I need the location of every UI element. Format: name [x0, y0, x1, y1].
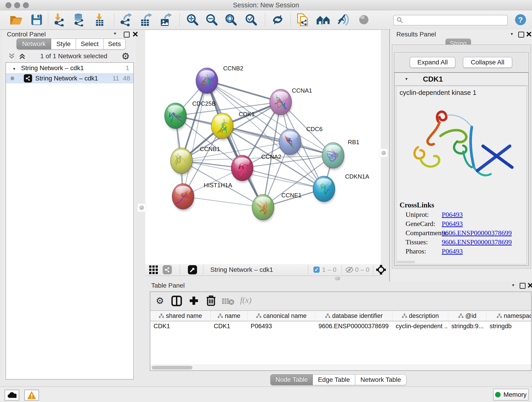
zoom-in-icon[interactable] [185, 13, 200, 27]
gene-description: cyclin-dependent kinase 1 [399, 89, 526, 96]
delete-column-icon[interactable] [206, 295, 216, 306]
network-node-cdc6[interactable] [279, 129, 302, 157]
warning-status-button[interactable] [24, 390, 39, 401]
crosslink-link[interactable]: P06493 [442, 211, 463, 218]
table-panel-menu-icon[interactable] [511, 283, 515, 287]
table-cell: stringdb:9... [448, 321, 486, 331]
tab-edge-table[interactable]: Edge Table [313, 374, 355, 385]
help-icon[interactable]: ? [513, 13, 528, 27]
column-header-canonical-name[interactable]: canonical name [247, 311, 315, 321]
open-session-icon[interactable] [9, 13, 23, 27]
import-network-from-database-icon[interactable] [71, 13, 86, 27]
save-session-icon[interactable] [29, 13, 44, 27]
crosslink-link[interactable]: 9606.ENSP00000378699 [442, 238, 512, 246]
column-header--id[interactable]: @id [448, 311, 486, 321]
network-node-ccnb1[interactable] [171, 148, 193, 175]
network-node-ccnb2[interactable] [196, 68, 218, 95]
node-position-crosshair-icon[interactable] [376, 265, 386, 275]
column-header-namespace[interactable]: namespace [486, 311, 532, 321]
collapse-all-icon[interactable] [8, 52, 16, 60]
left-splitter-handle[interactable] [137, 203, 146, 212]
expand-all-icon[interactable] [18, 52, 26, 60]
column-header-description[interactable]: description [393, 311, 448, 321]
copy-layout-icon[interactable] [295, 13, 310, 27]
search-input[interactable] [393, 15, 508, 26]
tab-sets[interactable]: Sets [104, 38, 126, 50]
tab-network-table[interactable]: Network Table [355, 374, 406, 385]
export-image-icon[interactable] [158, 13, 173, 27]
control-panel-float-icon[interactable] [124, 32, 130, 38]
tab-select[interactable]: Select [76, 38, 104, 50]
network-node-cdc25b[interactable] [165, 103, 187, 130]
results-hscroll-thumb[interactable] [397, 261, 415, 263]
birdseye-view-icon[interactable] [149, 265, 158, 274]
network-node-ccne1[interactable] [252, 194, 274, 222]
show-columns-icon[interactable] [171, 296, 182, 306]
network-canvas[interactable]: CCNB2CCNA1CDC25BCDK1CDC6RB1CCNB1CCNA2CDK… [145, 30, 381, 264]
import-network-icon[interactable] [52, 13, 67, 27]
results-panel-menu-icon[interactable] [510, 32, 514, 36]
network-node-ccna1[interactable] [270, 89, 292, 117]
table-row[interactable]: CDK1CDK1P064939606.ENSP00000378699cyclin… [150, 321, 532, 331]
memory-button[interactable]: Memory [493, 389, 529, 401]
toolbar-separator [179, 13, 180, 26]
network-node-rb1[interactable] [322, 143, 345, 170]
refresh-icon[interactable] [270, 13, 285, 27]
network-node-cdkn1a[interactable] [313, 176, 336, 204]
results-panel-float-icon[interactable] [518, 32, 524, 38]
show-graphics-details-icon[interactable] [356, 13, 371, 27]
toolbar-separator [290, 13, 291, 26]
expand-all-button[interactable]: Expand All [410, 57, 456, 68]
open-in-browser-icon[interactable] [188, 265, 197, 274]
crosslink-link[interactable]: 9606.ENSP00000378699 [442, 229, 512, 237]
network-collection-row[interactable]: String Network – cdk1 1 [6, 63, 133, 73]
tab-network[interactable]: Network [17, 38, 51, 50]
network-row-selected[interactable]: String Network – cdk1 11 48 [6, 73, 133, 83]
table-hscroll-thumb[interactable] [152, 366, 192, 370]
string-badge-icon[interactable] [163, 265, 172, 274]
crosslink-link[interactable]: P06493 [442, 220, 463, 228]
table-cell: P06493 [247, 321, 315, 331]
table-panel-title: Table Panel [151, 282, 185, 289]
window-title: Session: New Session [0, 1, 532, 9]
export-network-icon[interactable] [119, 13, 133, 27]
import-table-icon[interactable] [92, 13, 107, 27]
zoom-fit-icon[interactable] [224, 13, 238, 27]
export-table-icon[interactable] [139, 13, 153, 27]
gene-section: CDK1 cyclin-dependent kinase 1 [394, 72, 529, 266]
crosslink-link[interactable]: P06493 [442, 247, 463, 255]
control-panel-menu-icon[interactable] [113, 32, 117, 36]
network-edge[interactable] [183, 81, 207, 196]
add-column-icon[interactable] [189, 296, 199, 306]
table-panel: Table Panel f(x) shared namenamecanonica… [148, 281, 532, 386]
table-options-gear-icon[interactable] [156, 296, 164, 305]
right-splitter-handle[interactable] [379, 148, 388, 157]
tab-style[interactable]: Style [51, 38, 76, 50]
horizontal-splitter-handle[interactable] [335, 277, 340, 280]
collapse-all-button[interactable]: Collapse All [463, 57, 512, 68]
node-label: CCNB1 [200, 146, 220, 153]
toolbar-separator [308, 265, 308, 274]
tab-node-table[interactable]: Node Table [270, 374, 313, 385]
network-edge[interactable] [183, 196, 263, 207]
gene-section-header[interactable]: CDK1 [394, 73, 528, 86]
network-node-cdk1[interactable] [211, 113, 234, 140]
string-network-icon [24, 74, 32, 83]
selected-checkbox-icon[interactable] [313, 267, 320, 273]
home-icon[interactable] [316, 13, 331, 27]
hide-graphics-icon[interactable] [336, 13, 351, 27]
cloud-status-button[interactable] [5, 390, 19, 401]
column-header-name[interactable]: name [210, 311, 247, 321]
network-options-gear-icon[interactable] [121, 51, 130, 61]
network-node-ccna2[interactable] [231, 155, 254, 183]
crosslinks-heading: CrossLinks [399, 201, 526, 209]
zoom-selected-icon[interactable] [244, 13, 259, 27]
table-hscrollbar[interactable] [150, 365, 531, 370]
status-bar: Memory [0, 386, 532, 402]
zoom-out-icon[interactable] [204, 13, 219, 27]
column-header-shared-name[interactable]: shared name [150, 311, 210, 321]
network-node-hist1h1a[interactable] [172, 184, 195, 211]
table-panel-float-icon[interactable] [520, 283, 526, 289]
crosslink-row: GeneCard:P06493 [405, 220, 526, 228]
column-header-database-identifier[interactable]: database identifier [315, 311, 393, 321]
